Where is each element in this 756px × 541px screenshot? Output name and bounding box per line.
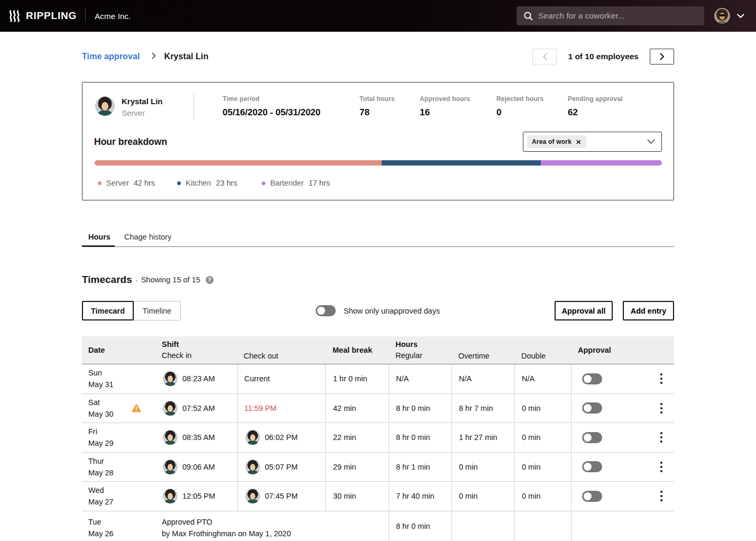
approval-all-button[interactable]: Approval all [555,301,613,320]
hour-breakdown-bar [95,160,662,166]
chip-remove-icon[interactable]: ✕ [576,138,581,146]
next-employee-button[interactable] [650,49,674,65]
employee-name: Krystal Lin [122,97,163,106]
warning-icon [132,404,141,414]
timecard-row-may30: SatMay 30 07:52 AM 11:59 PM 42 min 8 hr … [82,394,674,424]
row-menu-icon[interactable] [660,431,662,444]
user-avatar[interactable] [714,8,730,24]
account-menu-chevron-icon[interactable] [737,11,744,21]
search-icon [523,11,533,21]
tab-bar: Hours Chage history [82,233,674,247]
card-divider [193,93,194,120]
approve-toggle[interactable] [582,373,602,384]
unapproved-days-toggle[interactable] [316,305,336,316]
breadcrumb-time-approval[interactable]: Time approval [82,52,140,61]
view-switcher: Timecard Timeline [82,301,181,320]
checkin-avatar [163,460,178,474]
previous-employee-button[interactable] [532,49,557,65]
bar-segment-bartender [541,160,662,166]
timecard-row-may27: WedMay 27 12:05 PM 07:45 PM 30 min 7 hr … [82,482,674,511]
employee-summary-card: Krystal Lin Server Time period 05/16/202… [82,82,674,200]
legend-dot [98,181,102,185]
timecard-row-may29: FriMay 29 08:35 AM 06:02 PM 22 min 8 hr … [82,423,674,453]
col-checkout: Check out [237,336,325,364]
dropdown-chevron-icon [647,137,655,146]
breadcrumb-employee-name: Krystal Lin [164,52,209,61]
rippling-logo-icon [8,9,22,23]
timecard-row-may28: ThurMay 28 09:06 AM 05:07 PM 29 min 8 hr… [82,453,674,482]
col-shift-checkin: Shift Check in [155,336,237,364]
late-checkout-time: 11:59 PM [244,404,276,412]
help-icon[interactable]: ? [206,276,214,284]
table-header: Date Shift Check in Check out Meal break… [82,336,674,364]
checkout-avatar [245,430,260,445]
col-date: Date [82,336,155,364]
employee-role: Server [122,108,145,117]
unapproved-days-label: Show only unapproved days [344,307,440,315]
row-menu-icon[interactable] [660,461,662,473]
timecard-row-may31: SunMay 31 08:23 AM Current 1 hr 0 min N/… [82,364,674,394]
col-approval: Approval [571,336,674,364]
employee-avatar [95,96,115,116]
area-of-work-dropdown[interactable]: Area of work ✕ [523,132,662,152]
approve-toggle[interactable] [582,461,602,472]
search-input[interactable] [538,11,692,21]
col-hours-regular: Hours Regular [389,336,451,364]
col-double: Double [514,336,571,364]
add-entry-button[interactable]: Add entry [623,301,674,320]
company-name: Acme Inc. [95,12,131,21]
area-of-work-chip[interactable]: Area of work ✕ [527,135,586,148]
legend-dot [177,181,181,185]
timecards-count: Showing 15 of 15 [141,276,200,284]
timecard-row-may26: TueMay 26 Approved PTO by Max Frothinghm… [82,511,674,541]
checkin-avatar [163,489,178,503]
stat-rejected-hours: Rejected hours 0 [496,95,544,118]
brand-name: RIPPLING [26,10,77,22]
tab-change-history[interactable]: Chage history [119,233,176,247]
row-menu-icon[interactable] [660,372,662,385]
timecards-title: Timecards [82,274,132,286]
legend-dot [262,181,265,185]
coworker-search[interactable] [517,6,704,25]
legend-server: Server42 hrs [98,179,155,187]
approve-toggle[interactable] [582,402,602,414]
col-overtime: Overtime [451,336,514,364]
bar-segment-server [95,160,382,166]
checkout-avatar [245,489,260,503]
view-timeline-button[interactable]: Timeline [133,301,181,320]
legend-bartender: Bartender17 hrs [262,179,330,187]
stat-time-period: Time period 05/16/2020 - 05/31/2020 [223,95,320,118]
checkout-avatar [245,460,260,474]
stat-approved-hours: Approved hours 16 [420,95,470,118]
hour-breakdown-title: Hour breakdown [94,136,167,148]
approve-toggle[interactable] [582,491,602,502]
top-bar: RIPPLING Acme Inc. [0,0,756,32]
stat-pending-approval: Pending approval 62 [568,95,623,118]
approve-toggle[interactable] [582,432,602,443]
chevron-left-icon [542,53,547,60]
breadcrumb-chevron-icon [152,52,156,61]
view-timecard-button[interactable]: Timecard [82,301,134,320]
checkin-avatar [163,430,178,445]
employee-pager-label: 1 of 10 employees [568,52,639,61]
tab-hours[interactable]: Hours [82,233,115,247]
stat-total-hours: Total hours 78 [359,95,395,118]
checkin-avatar [163,371,178,386]
timecards-table: Date Shift Check in Check out Meal break… [82,336,674,541]
pto-note: Approved PTO by Max Frothinghman on May … [155,511,389,541]
topbar-divider [85,9,86,23]
chevron-right-icon [660,53,665,60]
row-menu-icon[interactable] [660,402,662,415]
row-menu-icon[interactable] [660,490,662,502]
bar-segment-kitchen [382,160,541,166]
checkin-avatar [163,401,178,416]
legend-kitchen: Kitchen23 hrs [177,179,237,187]
col-meal-break: Meal break [325,336,389,364]
